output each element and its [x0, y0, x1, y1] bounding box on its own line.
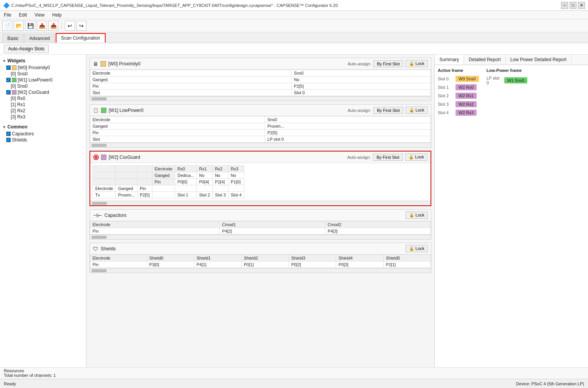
tab-basic[interactable]: Basic	[2, 34, 23, 43]
widget-w2-table: Electrode Rx0 Rx1 Rx2 Rx3 Ganged Dedica.…	[93, 165, 244, 198]
undo-button[interactable]: ↩	[65, 21, 75, 31]
tree-item-w2-rx0[interactable]: [0] Rx0	[2, 95, 84, 102]
color-box-w2	[101, 155, 106, 160]
tab-scan-configuration[interactable]: Scan Configuration	[56, 33, 106, 43]
lp-slot-row-0: LP slot 0 W1 Sns0	[487, 76, 528, 85]
cell-electrode: Electrode	[152, 166, 175, 172]
auto-assign-label-w1: Auto-assign:	[348, 108, 371, 113]
widget-w1-table-wrap: ElectrodeSns0 GangedProxim... PinP2[5] S…	[90, 116, 431, 143]
save-button[interactable]: 💾	[25, 21, 35, 31]
export-button[interactable]: 📤	[37, 21, 47, 31]
by-first-slot-btn-w2[interactable]: By First Slot	[373, 154, 402, 161]
cell: P0[1]	[241, 261, 288, 268]
cell: P0[4]	[197, 179, 212, 185]
status-ready: Ready	[4, 381, 16, 386]
checkbox-w0[interactable]: ✓	[6, 65, 11, 70]
summary-tab-lowpower[interactable]: Low Power Detailed Report	[506, 55, 571, 65]
slot-row-2: Slot 2 W2 Rx1	[438, 93, 479, 99]
cell	[228, 185, 244, 192]
menu-help[interactable]: Help	[51, 12, 63, 18]
tree-item-w2-rx2[interactable]: [2] Rx2	[2, 108, 84, 114]
import-button[interactable]: 📥	[48, 21, 58, 31]
active-frame-title: Active frame	[438, 68, 479, 73]
scrollbar-thumb-w0[interactable]	[91, 97, 107, 100]
col-header: Shield4	[336, 255, 383, 261]
new-button[interactable]: 📄	[2, 21, 12, 31]
lock-btn-w2[interactable]: 🔒 Lock	[405, 153, 427, 161]
tree-label-w0: [W0] Proximity0	[18, 65, 50, 70]
color-w1	[12, 78, 17, 82]
col-header: Shield3	[289, 255, 336, 261]
scrollbar-thumb-cap[interactable]	[91, 236, 107, 239]
cell: No	[212, 172, 228, 179]
col-header: Electrode	[90, 221, 220, 228]
menu-bar: File Edit View Help	[0, 11, 588, 19]
scrollbar-thumb-w2[interactable]	[92, 202, 107, 205]
table-row: Electrode Rx0 Rx1 Rx2 Rx3	[93, 166, 244, 172]
main-layout: ▼ Widgets ✓ [W0] Proximity0 [0] Sns0 ✓ […	[0, 55, 588, 367]
summary-tabs: Summary Detailed Report Low Power Detail…	[435, 55, 588, 65]
menu-view[interactable]: View	[33, 12, 46, 18]
widget-w2-section: [W2] CsxGuard Auto-assign: By First Slot…	[89, 151, 431, 206]
cell: Slot	[90, 136, 265, 143]
lock-btn-w0[interactable]: 🔒 Lock	[406, 60, 428, 67]
table-row: PinP2[5]	[90, 83, 431, 90]
capacitors-lock-btn[interactable]: 🔒 Lock	[406, 211, 428, 219]
open-button[interactable]: 📂	[14, 21, 24, 31]
tree-item-w2[interactable]: ✓ [W2] CsxGuard	[2, 89, 84, 95]
tree-item-w1[interactable]: ✓ [W1] LowPower0	[2, 77, 84, 83]
tree-item-capacitors[interactable]: ✓ Capacitors	[2, 131, 84, 137]
slot-chip-0: W0 Sns0	[455, 76, 479, 82]
tab-advanced[interactable]: Advanced	[24, 34, 55, 43]
widget-w0-header: 🖥 [W0] Proximity0 Auto-assign: By First …	[90, 58, 431, 70]
table-row: Ganged Dedica... No No No	[93, 172, 244, 179]
tree-item-w0-sns0[interactable]: [0] Sns0	[2, 71, 84, 77]
menu-file[interactable]: File	[2, 12, 13, 18]
color-w2	[12, 90, 17, 95]
auto-assign-slots-button[interactable]: Auto-Assign Slots	[4, 45, 49, 53]
tree-label-w2-rx3: [3] Rx3	[11, 114, 25, 120]
tree-item-w1-sns0[interactable]: [0] Sns0	[2, 83, 84, 89]
tree-item-w2-rx3[interactable]: [3] Rx3	[2, 114, 84, 120]
scrollbar-thumb-w1[interactable]	[91, 144, 107, 147]
by-first-slot-btn-w0[interactable]: By First Slot	[373, 60, 403, 67]
col-header: Shield1	[194, 255, 241, 261]
slot-row-1: Slot 1 W2 Rx0	[438, 84, 479, 90]
tree-item-shields[interactable]: ✓ Shields	[2, 137, 84, 143]
checkbox-shields[interactable]: ✓	[6, 138, 11, 142]
capacitors-section: ⊣⊢ Capacitors 🔒 Lock Electrode Cmod1 Cmo…	[89, 209, 431, 240]
tree-item-w0[interactable]: ✓ [W0] Proximity0	[2, 65, 84, 71]
checkbox-capacitors[interactable]: ✓	[6, 132, 11, 136]
tree-label-capacitors: Capacitors	[12, 131, 34, 137]
radio-w2[interactable]	[93, 155, 99, 160]
cell	[152, 192, 175, 198]
maximize-button[interactable]: □	[570, 2, 576, 9]
scrollbar-thumb-shields[interactable]	[91, 269, 107, 272]
shields-lock-btn[interactable]: 🔒 Lock	[406, 245, 428, 252]
summary-tab-detailed[interactable]: Detailed Report	[464, 55, 505, 65]
checkbox-w1[interactable]: ✓	[6, 78, 11, 82]
main-tabs: Basic Advanced Scan Configuration	[0, 32, 588, 43]
cell	[137, 166, 152, 172]
status-device: Device: PSoC 4 (5th Generation LP)	[516, 381, 584, 386]
table-row: Electrode Cmod1 Cmod2	[90, 221, 431, 228]
common-chevron[interactable]: ▼	[2, 125, 6, 129]
cell: Ganged	[90, 77, 292, 83]
cell: Pin	[90, 83, 292, 90]
tree-label-w2-rx1: [1] Rx1	[11, 102, 25, 107]
close-button[interactable]: ✕	[578, 2, 585, 9]
widgets-chevron[interactable]: ▼	[2, 59, 6, 63]
checkbox-w2[interactable]: ✓	[6, 90, 11, 95]
lock-btn-w1[interactable]: 🔒 Lock	[406, 107, 428, 114]
tree-item-w2-rx1[interactable]: [1] Rx1	[2, 102, 84, 108]
capacitors-header: ⊣⊢ Capacitors 🔒 Lock	[90, 210, 431, 221]
widget-w2-controls: Auto-assign: By First Slot 🔒 Lock	[347, 153, 427, 161]
cell: Sns0	[292, 70, 431, 77]
shields-title-wrap: 🛡 Shields	[93, 246, 116, 252]
summary-tab-summary[interactable]: Summary	[435, 55, 464, 65]
by-first-slot-btn-w1[interactable]: By First Slot	[373, 107, 403, 114]
menu-edit[interactable]: Edit	[17, 12, 28, 18]
redo-button[interactable]: ↪	[76, 21, 86, 31]
widget-w0-section: 🖥 [W0] Proximity0 Auto-assign: By First …	[89, 58, 431, 101]
minimize-button[interactable]: ─	[561, 2, 568, 9]
